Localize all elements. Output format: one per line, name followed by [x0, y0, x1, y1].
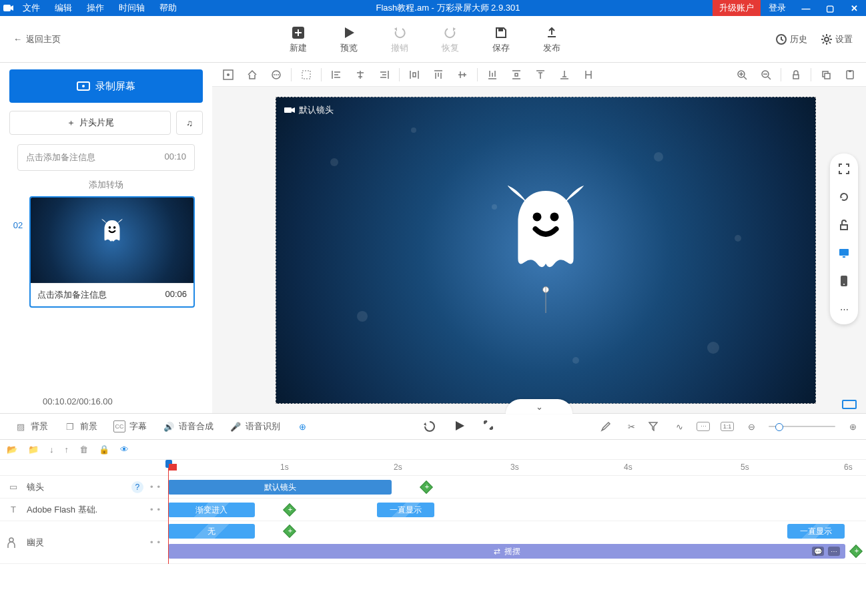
minimize-button[interactable]: —: [794, 0, 818, 16]
menu-edit[interactable]: 编辑: [48, 1, 79, 15]
eye-icon[interactable]: 👁: [120, 444, 129, 454]
align-center-h-icon[interactable]: [348, 65, 372, 85]
scene-thumbnail[interactable]: [31, 198, 193, 283]
text-enter-clip[interactable]: 渐变进入: [168, 503, 255, 517]
menu-action[interactable]: 操作: [80, 1, 111, 15]
filter-icon[interactable]: [648, 422, 662, 431]
add-ghost-keyframe[interactable]: [283, 525, 296, 538]
ghost-effect-clip[interactable]: ⇄ 摇摆 💬 ⋯: [168, 544, 845, 559]
rewind-button[interactable]: [423, 420, 436, 433]
ghost-enter-clip[interactable]: 无: [168, 524, 255, 539]
tab-asr[interactable]: 🎤语音识别: [222, 420, 288, 432]
close-button[interactable]: ✕: [842, 0, 866, 16]
align-text-top-icon[interactable]: [528, 65, 552, 85]
save-button[interactable]: 保存: [492, 25, 510, 54]
up-arrow-icon[interactable]: ↑: [65, 444, 69, 454]
add-text-keyframe[interactable]: [283, 503, 296, 517]
distribute-h-icon[interactable]: [402, 65, 426, 85]
ratio-icon[interactable]: 1:1: [721, 422, 734, 431]
zoom-in-icon[interactable]: [730, 65, 754, 85]
align-bottom-icon[interactable]: [480, 65, 504, 85]
more-h-icon[interactable]: [264, 65, 288, 85]
gear-icon: [821, 33, 833, 45]
zoom-out-timeline-icon[interactable]: ⊖: [745, 422, 758, 432]
redo-button[interactable]: 恢复: [442, 25, 459, 54]
paste-icon[interactable]: [838, 65, 862, 85]
back-home-button[interactable]: ← 返回主页: [0, 33, 74, 45]
folder-out-icon[interactable]: 📁: [28, 444, 39, 454]
new-button[interactable]: 新建: [290, 25, 307, 54]
display-icon[interactable]: [837, 246, 851, 260]
preview-button[interactable]: 预览: [340, 25, 358, 54]
more-icon[interactable]: ⋯: [837, 302, 851, 316]
undo-button[interactable]: 撤销: [391, 25, 408, 54]
login-button[interactable]: 登录: [761, 2, 794, 14]
scene-item-2[interactable]: 02 点击添加备注信息 00:06: [9, 196, 203, 308]
publish-button[interactable]: 发布: [543, 25, 560, 54]
tab-foreground[interactable]: ❐前景: [56, 420, 105, 432]
mobile-icon[interactable]: [837, 274, 851, 288]
menu-file[interactable]: 文件: [16, 1, 47, 15]
align-middle-icon[interactable]: [450, 65, 474, 85]
text-stay-clip[interactable]: 一直显示: [377, 503, 434, 517]
chat-icon[interactable]: 💬: [812, 547, 824, 556]
time-ruler[interactable]: 1s 2s 3s 4s 5s 6s: [167, 460, 866, 475]
tab-background[interactable]: ▨背景: [7, 420, 56, 432]
stage[interactable]: 默认镜头: [276, 97, 816, 404]
tab-tts[interactable]: 🔊语音合成: [155, 420, 222, 432]
play-button[interactable]: [454, 420, 466, 433]
select-icon[interactable]: [294, 65, 318, 85]
upgrade-button[interactable]: 升级账户: [713, 0, 761, 16]
settings-button[interactable]: 设置: [821, 33, 853, 45]
add-effect-keyframe[interactable]: [849, 545, 863, 558]
zoom-out-icon[interactable]: [754, 65, 778, 85]
down-arrow-icon[interactable]: ↓: [49, 444, 54, 454]
zoom-slider[interactable]: [769, 426, 835, 427]
add-transition-label[interactable]: 添加转场: [9, 179, 203, 191]
camera-clip[interactable]: 默认镜头: [168, 480, 392, 495]
menu-timeline[interactable]: 时间轴: [112, 1, 151, 15]
zoom-in-timeline-icon[interactable]: ⊕: [846, 422, 859, 432]
folder-in-icon[interactable]: 📂: [7, 444, 17, 454]
home-icon[interactable]: [240, 65, 264, 85]
lock-track-icon[interactable]: 🔒: [99, 444, 109, 454]
path-icon[interactable]: ∿: [673, 422, 686, 432]
tab-more[interactable]: ⊕: [288, 420, 316, 432]
fit-icon[interactable]: [216, 65, 240, 85]
tab-subtitle[interactable]: CC字幕: [105, 420, 155, 432]
unlock-icon[interactable]: [837, 218, 851, 232]
copy-icon[interactable]: [814, 65, 838, 85]
add-camera-keyframe[interactable]: [420, 481, 433, 494]
expand-button[interactable]: [483, 420, 494, 433]
distribute-v-icon[interactable]: [504, 65, 528, 85]
edit-icon[interactable]: [600, 421, 614, 432]
scene-1-note[interactable]: 点击添加备注信息 00:10: [17, 144, 195, 171]
main-toolbar: ← 返回主页 新建 预览 撤销 恢复 保存 发布: [0, 16, 866, 63]
playhead-flag[interactable]: [169, 464, 177, 471]
ghost-element[interactable]: [502, 182, 589, 282]
collapse-tab[interactable]: ⌄: [506, 399, 572, 414]
cut-icon[interactable]: ✂: [624, 422, 638, 432]
scene-2-note[interactable]: 点击添加备注信息 00:06: [31, 283, 193, 306]
record-screen-button[interactable]: 录制屏幕: [9, 69, 203, 103]
maximize-button[interactable]: ▢: [818, 0, 842, 16]
align-left-icon[interactable]: [324, 65, 348, 85]
clip-menu-icon[interactable]: ⋯: [828, 547, 840, 556]
playhead-line[interactable]: [168, 460, 169, 564]
music-button[interactable]: ♫: [176, 111, 203, 135]
rotate-icon[interactable]: [837, 190, 851, 204]
trash-icon[interactable]: 🗑: [79, 444, 88, 454]
lock-icon[interactable]: [784, 65, 808, 85]
history-button[interactable]: 历史: [775, 33, 807, 45]
bracket-icon[interactable]: ⋯: [697, 422, 710, 431]
align-text-bottom-icon[interactable]: [552, 65, 576, 85]
align-right-icon[interactable]: [372, 65, 396, 85]
aspect-indicator[interactable]: [842, 400, 857, 409]
fullscreen-icon[interactable]: [837, 162, 851, 176]
ghost-stay-clip[interactable]: 一直显示: [787, 524, 845, 539]
align-top-icon[interactable]: [426, 65, 450, 85]
head-tail-button[interactable]: ＋ 片头片尾: [9, 111, 171, 135]
spacing-icon[interactable]: [576, 65, 600, 85]
help-icon[interactable]: ?: [131, 481, 143, 493]
menu-help[interactable]: 帮助: [153, 1, 183, 15]
